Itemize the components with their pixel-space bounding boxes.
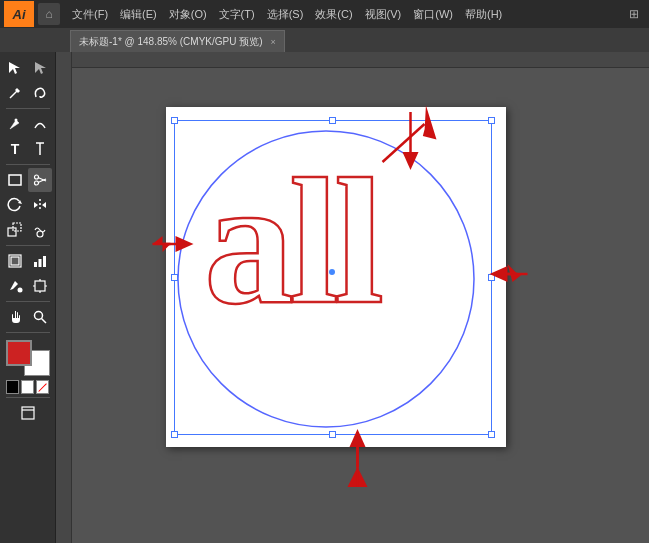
zoom-tool[interactable] <box>28 305 52 329</box>
toolbar-separator-5 <box>6 332 50 333</box>
menu-text[interactable]: 文字(T) <box>213 3 261 25</box>
toolbar: T <box>0 52 56 543</box>
graph-tool[interactable] <box>28 249 52 273</box>
tab-bar: 未标题-1* @ 148.85% (CMYK/GPU 预览) × <box>0 28 649 52</box>
color-area <box>2 340 54 394</box>
tab-close-button[interactable]: × <box>271 37 276 47</box>
paintbucket-tool[interactable] <box>3 274 27 298</box>
foreground-color-swatch[interactable] <box>6 340 32 366</box>
svg-rect-32 <box>22 407 34 419</box>
hand-tool[interactable] <box>3 305 27 329</box>
svg-rect-16 <box>8 228 16 236</box>
svg-point-18 <box>37 231 43 237</box>
default-colors-icon[interactable] <box>6 380 19 394</box>
scissors-tool[interactable] <box>28 168 52 192</box>
menu-window[interactable]: 窗口(W) <box>407 3 459 25</box>
scale-tool[interactable] <box>3 218 27 242</box>
svg-marker-1 <box>35 62 46 74</box>
svg-point-24 <box>18 288 23 293</box>
swap-colors-icon[interactable] <box>21 380 34 394</box>
toolbar-separator-3 <box>6 245 50 246</box>
menu-view[interactable]: 视图(V) <box>359 3 408 25</box>
lasso-tool[interactable] <box>28 81 52 105</box>
svg-rect-23 <box>43 256 46 267</box>
artboard-tool[interactable] <box>28 274 52 298</box>
ruler-horizontal <box>72 52 649 68</box>
svg-rect-25 <box>35 281 45 291</box>
color-extras-row <box>6 380 50 394</box>
app-logo[interactable]: Ai <box>4 1 34 27</box>
svg-rect-20 <box>11 257 19 265</box>
svg-marker-15 <box>42 202 46 208</box>
svg-point-8 <box>35 175 39 179</box>
direct-select-tool[interactable] <box>28 56 52 80</box>
menu-select[interactable]: 选择(S) <box>261 3 310 25</box>
artboard[interactable] <box>166 107 506 447</box>
svg-rect-17 <box>13 223 21 231</box>
reflect-tool[interactable] <box>28 193 52 217</box>
svg-marker-0 <box>9 62 20 74</box>
menu-edit[interactable]: 编辑(E) <box>114 3 163 25</box>
none-swatch[interactable] <box>36 380 49 394</box>
rect-tool[interactable] <box>3 168 27 192</box>
toolbar-separator-2 <box>6 164 50 165</box>
svg-point-9 <box>35 181 39 185</box>
tab-title: 未标题-1* @ 148.85% (CMYK/GPU 预览) <box>79 35 263 49</box>
toolbar-separator-1 <box>6 108 50 109</box>
canvas-area[interactable]: all <box>56 52 649 543</box>
document-tab[interactable]: 未标题-1* @ 148.85% (CMYK/GPU 预览) × <box>70 30 285 52</box>
color-swatches <box>6 340 50 376</box>
vertical-type-tool[interactable] <box>28 137 52 161</box>
warp-tool[interactable] <box>28 218 52 242</box>
menu-object[interactable]: 对象(O) <box>163 3 213 25</box>
svg-line-31 <box>42 319 47 324</box>
type-tool[interactable]: T <box>3 137 27 161</box>
toolbar-separator-4 <box>6 301 50 302</box>
menu-effect[interactable]: 效果(C) <box>309 3 358 25</box>
pen-tool[interactable] <box>3 112 27 136</box>
toolbar-separator-6 <box>6 397 50 398</box>
free-transform-tool[interactable] <box>3 249 27 273</box>
menu-file[interactable]: 文件(F) <box>66 3 114 25</box>
selection-tools-row <box>2 56 54 80</box>
ruler-vertical <box>56 52 72 543</box>
svg-line-2 <box>10 91 17 98</box>
svg-marker-39 <box>348 467 368 487</box>
svg-rect-22 <box>39 259 42 267</box>
change-screen-mode[interactable] <box>16 401 40 425</box>
menu-bar: Ai ⌂ 文件(F) 编辑(E) 对象(O) 文字(T) 选择(S) 效果(C)… <box>0 0 649 28</box>
svg-rect-7 <box>9 175 21 185</box>
rotate-tool[interactable] <box>3 193 27 217</box>
svg-marker-37 <box>508 264 523 282</box>
select-tool[interactable] <box>3 56 27 80</box>
curvature-tool[interactable] <box>28 112 52 136</box>
workspace: T <box>0 52 649 543</box>
svg-point-4 <box>15 119 18 122</box>
menu-help[interactable]: 帮助(H) <box>459 3 508 25</box>
magic-wand-tool[interactable] <box>3 81 27 105</box>
svg-rect-21 <box>34 262 37 267</box>
home-icon[interactable]: ⌂ <box>38 3 60 25</box>
svg-marker-14 <box>34 202 38 208</box>
svg-point-30 <box>35 312 43 320</box>
workspace-switcher-icon[interactable]: ⊞ <box>623 3 645 25</box>
